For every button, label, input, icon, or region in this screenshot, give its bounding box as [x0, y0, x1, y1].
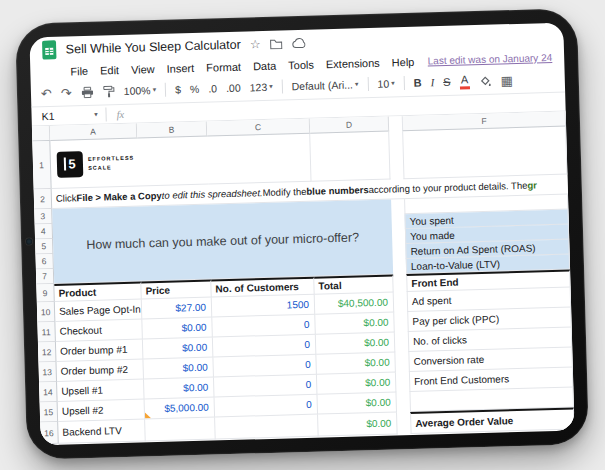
sheets-logo-icon[interactable]: [41, 40, 57, 60]
name-box[interactable]: K1 ▾: [31, 105, 105, 125]
text-color-button[interactable]: A: [459, 74, 469, 89]
menu-tools[interactable]: Tools: [282, 58, 320, 71]
cell-price[interactable]: $0.00: [143, 358, 214, 380]
menu-edit[interactable]: Edit: [94, 63, 125, 76]
row-header[interactable]: 2: [34, 189, 53, 209]
strikethrough-button[interactable]: S: [443, 76, 451, 88]
font-select[interactable]: Default (Ari... ▾: [291, 78, 358, 92]
camera-icon: [26, 239, 32, 245]
cell-product[interactable]: Order bump #2: [56, 359, 144, 381]
cell-total[interactable]: $40,500.00: [315, 292, 395, 314]
cell-product[interactable]: Upsell #2: [58, 399, 146, 421]
cell-product[interactable]: Order bump #1: [56, 339, 144, 361]
cell-total[interactable]: $0.00: [317, 372, 397, 394]
menu-file[interactable]: File: [64, 64, 94, 77]
cell[interactable]: [207, 134, 311, 185]
cell-price[interactable]: $0.00: [144, 378, 215, 400]
row-header[interactable]: 11: [37, 322, 56, 342]
cell-price[interactable]: $27.00: [142, 298, 213, 320]
row-header[interactable]: 12: [38, 342, 57, 362]
cell-price[interactable]: $5,000.00: [145, 398, 216, 420]
decrease-decimal-button[interactable]: .0: [208, 82, 217, 94]
cell-total[interactable]: $0.00: [318, 412, 398, 436]
cell-total[interactable]: $0.00: [316, 352, 396, 374]
logo-line2: SCALE: [88, 162, 135, 172]
paint-format-icon[interactable]: [103, 85, 115, 98]
instruction-text: Click: [56, 192, 77, 204]
chevron-down-icon: ▾: [355, 80, 359, 88]
instruction-text: according to your product details. The: [369, 180, 528, 195]
bold-button[interactable]: B: [413, 77, 421, 89]
last-edit-link[interactable]: Last edit was on January 24: [428, 52, 553, 66]
cell-price[interactable]: [145, 417, 216, 441]
cell-total[interactable]: $0.00: [315, 312, 395, 334]
format-percent-button[interactable]: %: [190, 83, 200, 95]
cell-total[interactable]: $0.00: [317, 392, 397, 414]
row-header[interactable]: 7: [36, 269, 54, 284]
formula-bar-divider: [105, 107, 106, 121]
toolbar-divider: [403, 76, 404, 90]
banner-cell[interactable]: How much can you make out of your micro-…: [52, 199, 393, 283]
tablet-frame: Sell While You Sleep Calculator ☆ File E…: [15, 8, 589, 460]
note-marker-icon: [145, 412, 151, 418]
select-all-corner[interactable]: [32, 126, 50, 141]
font-size-select[interactable]: 10 ▾: [377, 77, 395, 89]
cell-price[interactable]: $0.00: [143, 338, 214, 360]
row-header[interactable]: 1: [32, 141, 51, 189]
format-currency-button[interactable]: $: [175, 83, 181, 95]
row-header[interactable]: 16: [40, 422, 59, 444]
row-header[interactable]: 3: [34, 209, 52, 224]
cell[interactable]: [402, 127, 567, 180]
logo-text: EFFORTLESS SCALE: [88, 153, 135, 172]
borders-icon[interactable]: ▦: [500, 74, 513, 87]
menu-insert[interactable]: Insert: [161, 61, 201, 74]
logo-cell[interactable]: 5 EFFORTLESS SCALE: [50, 137, 208, 189]
instruction-text: File > Make a Copy: [76, 190, 162, 203]
toolbar-divider: [367, 77, 368, 91]
row-header[interactable]: 6: [35, 254, 53, 269]
cell-product[interactable]: Upsell #1: [57, 379, 145, 401]
move-to-folder-icon[interactable]: [269, 38, 282, 49]
star-icon[interactable]: ☆: [250, 38, 261, 50]
cell-product[interactable]: Sales Page Opt-In: [55, 299, 143, 321]
cell-customers[interactable]: [215, 415, 319, 440]
row-header[interactable]: 13: [38, 362, 57, 382]
row-header[interactable]: 4: [35, 224, 53, 239]
cloud-status-icon[interactable]: [291, 37, 305, 48]
chevron-down-icon: ▾: [391, 79, 395, 87]
active-cell-label: K1: [41, 110, 54, 122]
cell-total[interactable]: $0.00: [316, 332, 396, 354]
tablet-screen: Sell While You Sleep Calculator ☆ File E…: [29, 23, 574, 446]
row-header[interactable]: 15: [40, 402, 59, 422]
spreadsheet-grid: A B C D F 1 2 3 4 5 6 7 9 10 11 12 13 14…: [32, 112, 575, 445]
instruction-text: gr: [527, 179, 537, 190]
more-formats-button[interactable]: 123 ▾: [249, 81, 272, 94]
row-header[interactable]: 14: [39, 382, 58, 402]
menu-help[interactable]: Help: [386, 55, 421, 68]
cell-product[interactable]: Checkout: [55, 319, 143, 341]
instruction-text: to edit this spreadsheet.: [162, 187, 263, 201]
undo-icon[interactable]: ↶: [41, 86, 52, 99]
average-order-value-header[interactable]: Average Order Value: [410, 407, 575, 434]
table-header-price[interactable]: Price: [141, 280, 211, 300]
cell[interactable]: [310, 132, 390, 182]
instruction-text: blue numbers: [306, 184, 369, 197]
redo-icon[interactable]: ↷: [61, 86, 72, 99]
document-title[interactable]: Sell While You Sleep Calculator: [66, 38, 241, 57]
zoom-select[interactable]: 100% ▾: [124, 84, 157, 97]
table-header-total[interactable]: Total: [314, 274, 393, 294]
menu-view[interactable]: View: [125, 62, 161, 75]
row-header[interactable]: 10: [37, 302, 56, 322]
instruction-text: Modify the: [262, 186, 306, 198]
menu-format[interactable]: Format: [200, 60, 247, 73]
cell-price[interactable]: $0.00: [142, 318, 213, 340]
menu-data[interactable]: Data: [247, 59, 283, 72]
increase-decimal-button[interactable]: .00: [226, 82, 241, 94]
fill-color-icon[interactable]: [478, 74, 491, 87]
print-icon[interactable]: [81, 85, 94, 98]
italic-button[interactable]: I: [430, 76, 434, 88]
cell-product[interactable]: Backend LTV: [58, 419, 146, 443]
row-header[interactable]: 5: [35, 239, 53, 254]
row-header[interactable]: 9: [36, 284, 54, 302]
menu-extensions[interactable]: Extensions: [320, 56, 386, 70]
